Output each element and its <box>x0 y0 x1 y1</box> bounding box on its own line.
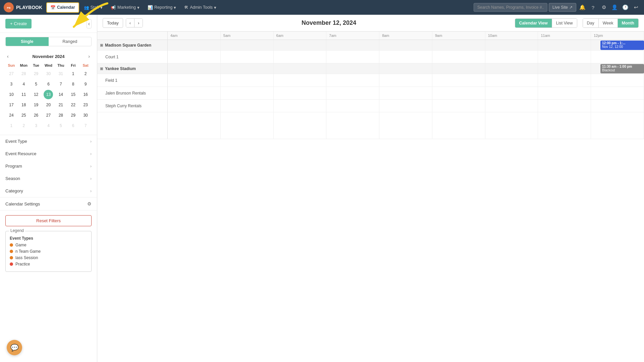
user-icon[interactable]: 👤 <box>610 3 619 12</box>
filter-category[interactable]: Category › <box>0 185 97 197</box>
filter-program[interactable]: Program › <box>0 160 97 172</box>
cal-cell[interactable] <box>538 63 591 74</box>
cal-cell[interactable] <box>274 74 327 86</box>
cal-day[interactable]: 30 <box>44 69 53 78</box>
month-period-button[interactable]: Month <box>618 19 638 27</box>
cal-cell[interactable] <box>485 112 538 139</box>
cal-day[interactable]: 27 <box>44 111 53 120</box>
cal-cell[interactable] <box>274 112 327 139</box>
cal-cell[interactable] <box>221 63 274 74</box>
event-noon-msg[interactable]: 12:00 pm - 1:... Nov 12, 12:00 <box>600 41 644 50</box>
cal-day[interactable]: 23 <box>81 100 90 110</box>
cal-cell[interactable] <box>221 100 274 112</box>
cal-day[interactable]: 22 <box>68 100 78 110</box>
cal-day[interactable]: 28 <box>56 111 65 120</box>
cal-cell[interactable] <box>432 63 485 74</box>
cal-cell[interactable] <box>168 112 221 139</box>
cal-day[interactable]: 3 <box>32 121 41 130</box>
cal-day-today[interactable]: 13 <box>44 90 53 99</box>
collapse-icon[interactable]: ▣ <box>100 43 103 47</box>
global-search-input[interactable] <box>474 3 547 12</box>
cal-cell[interactable] <box>379 87 432 99</box>
cal-day[interactable]: 26 <box>32 111 41 120</box>
cal-cell[interactable] <box>168 74 221 86</box>
cal-day[interactable]: 7 <box>56 79 65 89</box>
cal-day[interactable]: 29 <box>32 69 41 78</box>
cal-cell[interactable] <box>326 51 379 63</box>
cal-day[interactable]: 15 <box>68 90 78 99</box>
cal-cell[interactable] <box>538 100 591 112</box>
nav-staff[interactable]: 👥 Staff ▾ <box>80 3 106 12</box>
nav-marketing[interactable]: 📢 Marketing ▾ <box>107 3 143 12</box>
cal-cell[interactable] <box>379 74 432 86</box>
cal-cell[interactable] <box>432 74 485 86</box>
today-button[interactable]: Today <box>103 18 123 28</box>
calendar-view-button[interactable]: Calendar View <box>515 19 552 27</box>
single-toggle[interactable]: Single <box>6 37 49 46</box>
cal-day[interactable]: 1 <box>7 121 16 130</box>
cal-day[interactable]: 5 <box>56 121 65 130</box>
cal-cell[interactable] <box>326 40 379 50</box>
cal-cell[interactable] <box>538 40 591 50</box>
cal-cell[interactable] <box>432 40 485 50</box>
sidebar-collapse-button[interactable]: ‹ <box>87 19 92 28</box>
cal-cell[interactable] <box>379 100 432 112</box>
cal-day[interactable]: 31 <box>56 69 65 78</box>
cal-cell[interactable] <box>432 51 485 63</box>
cal-day[interactable]: 27 <box>7 69 16 78</box>
cal-day[interactable]: 1 <box>68 69 78 78</box>
week-period-button[interactable]: Week <box>599 19 618 27</box>
cal-cell[interactable] <box>326 100 379 112</box>
cal-cell[interactable] <box>591 100 644 112</box>
create-button[interactable]: + Create <box>5 19 32 28</box>
cal-cell[interactable] <box>538 51 591 63</box>
cal-cell[interactable] <box>432 112 485 139</box>
cal-cell[interactable] <box>591 87 644 99</box>
chat-widget[interactable]: 💬 <box>7 340 22 355</box>
cal-cell[interactable] <box>274 100 327 112</box>
cal-day[interactable]: 21 <box>56 100 65 110</box>
cal-cell[interactable] <box>168 40 221 50</box>
cal-day[interactable]: 2 <box>19 121 29 130</box>
cal-day[interactable]: 5 <box>32 79 41 89</box>
ranged-toggle[interactable]: Ranged <box>49 37 92 46</box>
mini-cal-next[interactable]: › <box>87 53 92 60</box>
cal-cell[interactable] <box>326 87 379 99</box>
cal-cell[interactable] <box>326 112 379 139</box>
cal-cell[interactable] <box>485 40 538 50</box>
cal-cell[interactable] <box>221 40 274 50</box>
cal-cell[interactable] <box>379 40 432 50</box>
cal-cell[interactable] <box>432 87 485 99</box>
nav-calendar[interactable]: 📅 Calendar <box>46 2 79 13</box>
settings-icon[interactable]: ⚙ <box>599 3 608 12</box>
cal-cell[interactable] <box>485 74 538 86</box>
cal-cell[interactable] <box>221 112 274 139</box>
cal-cell[interactable] <box>274 87 327 99</box>
cal-day[interactable]: 17 <box>7 100 16 110</box>
cal-cell[interactable] <box>485 87 538 99</box>
cal-cell[interactable] <box>591 51 644 63</box>
cal-day[interactable]: 20 <box>44 100 53 110</box>
signout-icon[interactable]: ↩ <box>631 3 641 12</box>
reset-filters-button[interactable]: Reset Filters <box>5 215 92 226</box>
cal-day[interactable]: 25 <box>19 111 29 120</box>
cal-cell[interactable] <box>168 100 221 112</box>
nav-admin-tools[interactable]: 🛠 Admin Tools ▾ <box>181 3 220 12</box>
cal-cell[interactable] <box>485 100 538 112</box>
cal-day[interactable]: 6 <box>68 121 78 130</box>
cal-cell[interactable] <box>591 74 644 86</box>
cal-cell[interactable] <box>538 112 591 139</box>
cal-day[interactable]: 7 <box>81 121 90 130</box>
cal-day[interactable]: 16 <box>81 90 90 99</box>
cal-day[interactable]: 10 <box>7 90 16 99</box>
cal-cell[interactable] <box>221 74 274 86</box>
cal-cell[interactable] <box>326 74 379 86</box>
next-button[interactable]: › <box>135 19 143 27</box>
mini-cal-prev[interactable]: ‹ <box>5 53 10 60</box>
cal-day[interactable]: 24 <box>7 111 16 120</box>
prev-button[interactable]: ‹ <box>126 19 135 27</box>
cal-day[interactable]: 18 <box>19 100 29 110</box>
filter-season[interactable]: Season › <box>0 172 97 185</box>
cal-cell[interactable] <box>274 51 327 63</box>
cal-cell[interactable] <box>379 63 432 74</box>
